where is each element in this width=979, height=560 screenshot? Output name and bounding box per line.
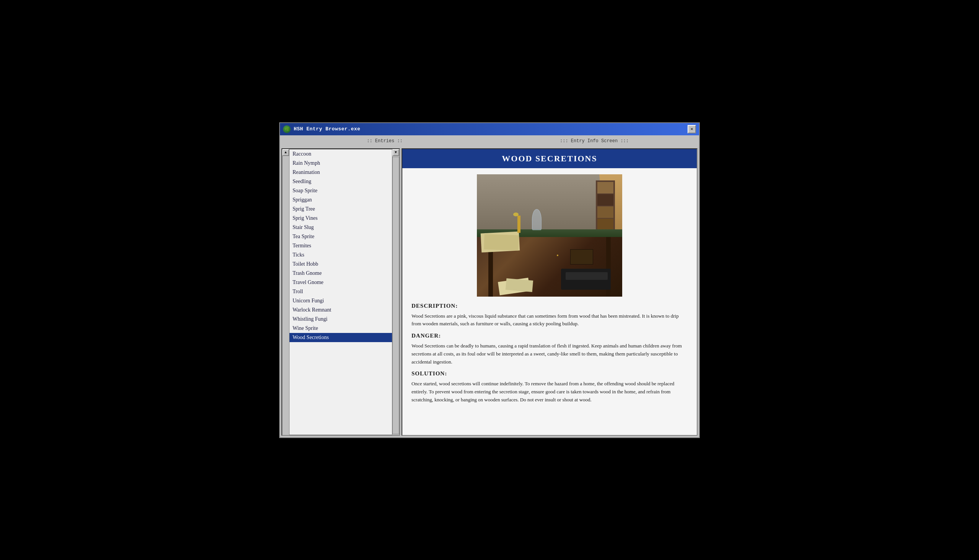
solution-text: Once started, wood secretions will conti… bbox=[412, 380, 687, 404]
desk-scene bbox=[477, 174, 622, 297]
danger-header: DANGER: bbox=[412, 333, 687, 339]
list-container: ▲ RaccoonRain NymphReanimationSeedlingSo… bbox=[282, 149, 399, 435]
list-item[interactable]: Termites bbox=[290, 241, 392, 250]
list-item[interactable]: Troll bbox=[290, 287, 392, 296]
solution-header: SOLUTION: bbox=[412, 370, 687, 377]
list-item[interactable]: Sprig Tree bbox=[290, 205, 392, 214]
entry-image bbox=[477, 174, 622, 297]
list-item[interactable]: Tea Sprite bbox=[290, 232, 392, 241]
entries-list[interactable]: RaccoonRain NymphReanimationSeedlingSoap… bbox=[289, 149, 392, 435]
desk-surface bbox=[477, 229, 622, 297]
description-text: Wood Secretions are a pink, viscous liqu… bbox=[412, 312, 687, 328]
list-item[interactable]: Unicorn Fungi bbox=[290, 296, 392, 305]
description-header: DESCRIPTION: bbox=[412, 303, 687, 309]
list-item[interactable]: Trash Gnome bbox=[290, 269, 392, 278]
list-item[interactable]: Soap Sprite bbox=[290, 186, 392, 195]
list-item[interactable]: Wine Sprite bbox=[290, 324, 392, 333]
scrollbar-track bbox=[392, 157, 399, 434]
scroll-down-button[interactable]: ▼ bbox=[392, 149, 399, 156]
entries-menu-label: :: Entries :: bbox=[280, 138, 489, 145]
list-item[interactable]: Warlock Remnant bbox=[290, 305, 392, 315]
list-item[interactable]: Ticks bbox=[290, 250, 392, 260]
close-button[interactable]: ✕ bbox=[687, 125, 696, 133]
list-item[interactable]: Wood Secretions bbox=[290, 333, 392, 342]
menu-bar: :: Entries :: ::: Entry Info Screen ::: bbox=[280, 135, 699, 147]
list-item[interactable]: Travel Gnome bbox=[290, 278, 392, 287]
list-item[interactable]: Stair Slug bbox=[290, 223, 392, 232]
list-item[interactable]: Raccoon bbox=[290, 150, 392, 158]
window-title: HSH Entry Browser.exe bbox=[294, 126, 360, 132]
app-icon: 🌿 bbox=[283, 125, 291, 133]
main-content: ▲ RaccoonRain NymphReanimationSeedlingSo… bbox=[280, 147, 699, 437]
title-bar: 🌿 HSH Entry Browser.exe ✕ bbox=[280, 123, 699, 135]
right-panel: Wood Secretions bbox=[402, 148, 697, 436]
list-item[interactable]: Rain Nymph bbox=[290, 158, 392, 168]
list-item[interactable]: Seedling bbox=[290, 177, 392, 186]
list-item[interactable]: Spriggan bbox=[290, 195, 392, 205]
danger-text: Wood Secretions can be deadly to humans,… bbox=[412, 342, 687, 366]
info-menu-label: ::: Entry Info Screen ::: bbox=[489, 138, 699, 145]
main-window: 🌿 HSH Entry Browser.exe ✕ :: Entries :: … bbox=[279, 122, 700, 438]
scroll-up-button[interactable]: ▲ bbox=[282, 149, 289, 156]
left-panel: ▲ RaccoonRain NymphReanimationSeedlingSo… bbox=[282, 148, 400, 436]
title-bar-left: 🌿 HSH Entry Browser.exe bbox=[283, 125, 360, 133]
entry-title: Wood Secretions bbox=[402, 149, 697, 168]
scroll-buttons-top: ▲ bbox=[282, 149, 289, 435]
list-item[interactable]: Sprig Vines bbox=[290, 214, 392, 223]
scroll-buttons-right: ▼ bbox=[392, 149, 399, 435]
list-item[interactable]: Toilet Hobb bbox=[290, 260, 392, 269]
list-item[interactable]: Whistling Fungi bbox=[290, 315, 392, 324]
list-item[interactable]: Reanimation bbox=[290, 168, 392, 177]
entry-content: DESCRIPTION: Wood Secretions are a pink,… bbox=[402, 168, 697, 415]
